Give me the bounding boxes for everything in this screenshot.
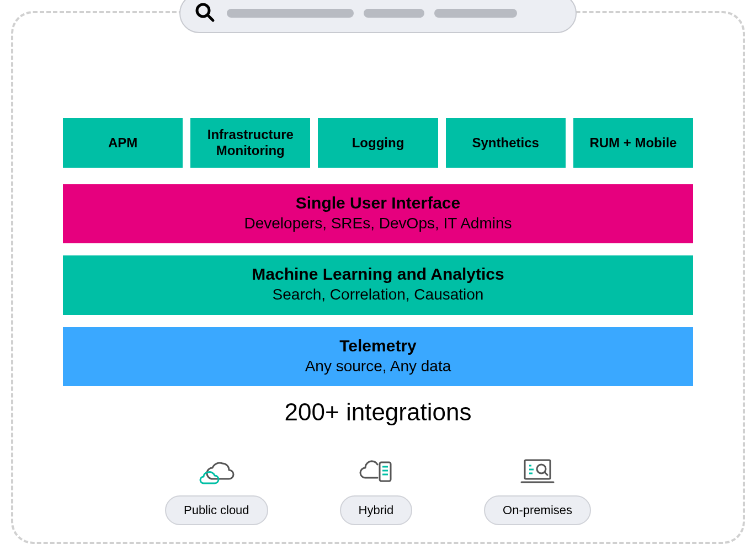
layer-subtitle: Any source, Any data [63,356,693,376]
layer-ml-analytics: Machine Learning and Analytics Search, C… [63,255,693,314]
placeholder-bar [227,9,354,18]
svg-line-12 [545,472,547,475]
hybrid-icon [356,453,395,487]
deployment-pill: On-premises [484,495,591,525]
deployment-pill: Hybrid [340,495,413,525]
content-area: APM Infrastructure Monitoring Logging Sy… [13,13,743,547]
svg-line-1 [207,15,213,20]
svg-rect-2 [380,462,391,481]
deployment-row: Public cloud Hybrid [63,453,693,525]
layer-telemetry: Telemetry Any source, Any data [63,327,693,386]
integrations-text: 200+ integrations [63,398,693,426]
on-premises-icon [518,453,557,487]
product-synthetics: Synthetics [446,118,566,168]
layer-title: Single User Interface [63,192,693,214]
deployment-hybrid: Hybrid [340,453,413,525]
layer-title: Machine Learning and Analytics [63,263,693,285]
product-rum-mobile: RUM + Mobile [573,118,693,168]
product-label: Infrastructure Monitoring [196,127,305,159]
search-bar [179,0,577,33]
deployment-label: Public cloud [184,503,249,517]
product-logging: Logging [318,118,438,168]
product-infrastructure: Infrastructure Monitoring [190,118,310,168]
search-placeholder-bars [227,9,562,18]
product-label: Logging [352,135,404,151]
deployment-pill: Public cloud [165,495,268,525]
deployment-label: Hybrid [359,503,394,517]
product-apm: APM [63,118,183,168]
deployment-on-premises: On-premises [484,453,591,525]
search-icon [194,1,216,25]
cloud-icon [197,453,236,487]
deployment-public-cloud: Public cloud [165,453,268,525]
diagram-container: APM Infrastructure Monitoring Logging Sy… [11,11,745,544]
product-label: Synthetics [472,135,539,151]
product-label: APM [108,135,137,151]
layer-subtitle: Developers, SREs, DevOps, IT Admins [63,214,693,233]
placeholder-bar [364,9,424,18]
products-row: APM Infrastructure Monitoring Logging Sy… [63,118,693,168]
layer-subtitle: Search, Correlation, Causation [63,285,693,305]
product-label: RUM + Mobile [589,135,677,151]
layer-single-user-interface: Single User Interface Developers, SREs, … [63,184,693,243]
deployment-label: On-premises [503,503,572,517]
layer-title: Telemetry [63,335,693,356]
placeholder-bar [434,9,517,18]
